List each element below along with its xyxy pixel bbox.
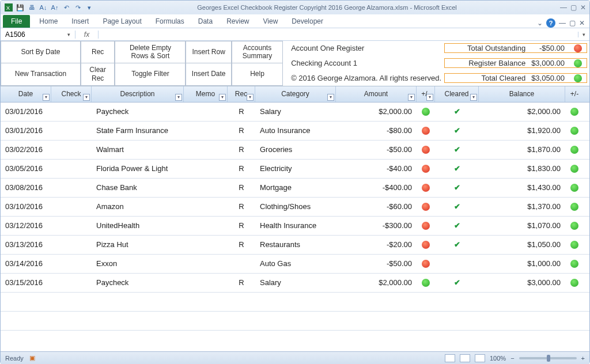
clear-rec-button[interactable]: Clear Rec xyxy=(81,63,115,86)
cell-description[interactable]: State Farm Insurance xyxy=(92,126,184,135)
cell-rec[interactable]: R xyxy=(228,164,255,173)
cell-balance[interactable]: $1,070.00 xyxy=(479,221,565,230)
view-break-icon[interactable] xyxy=(475,354,485,362)
help-button[interactable]: Help xyxy=(232,63,283,86)
cell-category[interactable]: Mortgage xyxy=(255,183,336,192)
undo-icon[interactable]: ↶ xyxy=(62,3,71,12)
table-row[interactable]: 03/05/2016Florida Power & LightRElectric… xyxy=(1,160,589,179)
cell-description[interactable]: Exxon xyxy=(92,259,184,268)
cell-description[interactable]: Walmart xyxy=(92,145,184,154)
filter-icon[interactable]: ▾ xyxy=(83,94,90,101)
cell-category[interactable]: Groceries xyxy=(255,145,336,154)
accounts-summary-button[interactable]: Accounts Summary xyxy=(232,41,283,63)
ribbon-close-icon[interactable]: ✕ xyxy=(579,19,585,27)
cell-rec[interactable]: R xyxy=(228,202,255,211)
redo-icon[interactable]: ↷ xyxy=(73,3,82,12)
tab-review[interactable]: Review xyxy=(220,15,256,28)
cell-amount[interactable]: -$50.00 xyxy=(336,145,417,154)
minimize-icon[interactable]: — xyxy=(560,3,567,12)
table-row[interactable]: 03/02/2016WalmartRGroceries-$50.00$1,870… xyxy=(1,141,589,160)
cell-category[interactable]: Restaurants xyxy=(255,240,336,249)
formula-expand-icon[interactable]: ▾ xyxy=(578,32,589,37)
table-row[interactable]: 03/01/2016PaycheckRSalary$2,000.00$2,000… xyxy=(1,103,589,122)
cell-category[interactable]: Auto Insurance xyxy=(255,126,336,135)
table-row-empty[interactable] xyxy=(1,293,589,312)
cell-cleared[interactable] xyxy=(435,278,479,287)
rec-button[interactable]: Rec xyxy=(81,41,115,63)
cell-category[interactable]: Clothing/Shoes xyxy=(255,202,336,211)
cell-description[interactable]: Chase Bank xyxy=(92,183,184,192)
print-icon[interactable]: 🖶 xyxy=(27,3,36,12)
cell-amount[interactable]: $2,000.00 xyxy=(336,278,417,287)
cell-description[interactable]: Paycheck xyxy=(92,107,184,116)
cell-amount[interactable]: -$400.00 xyxy=(336,183,417,192)
cell-balance[interactable]: $1,920.00 xyxy=(479,126,565,135)
cell-rec[interactable]: R xyxy=(228,145,255,154)
cell-description[interactable]: Pizza Hut xyxy=(92,240,184,249)
cell-balance[interactable]: $1,000.00 xyxy=(479,259,565,268)
cell-category[interactable]: Salary xyxy=(255,278,336,287)
cell-cleared[interactable] xyxy=(435,107,479,116)
cell-description[interactable]: Florida Power & Light xyxy=(92,164,184,173)
tab-home[interactable]: Home xyxy=(32,15,65,28)
cell-amount[interactable]: -$60.00 xyxy=(336,202,417,211)
tab-data[interactable]: Data xyxy=(191,15,220,28)
cell-rec[interactable]: R xyxy=(228,240,255,249)
table-row[interactable]: 03/01/2016State Farm InsuranceRAuto Insu… xyxy=(1,122,589,141)
delete-empty-button[interactable]: Delete Empty Rows & Sort xyxy=(115,41,186,63)
filter-icon[interactable]: ▾ xyxy=(175,94,182,101)
cell-balance[interactable]: $1,050.00 xyxy=(479,240,565,249)
cell-category[interactable]: Auto Gas xyxy=(255,259,336,268)
cell-balance[interactable]: $3,000.00 xyxy=(479,278,565,287)
table-row[interactable]: 03/14/2016ExxonAuto Gas-$50.00$1,000.00 xyxy=(1,255,589,274)
filter-icon[interactable]: ▾ xyxy=(470,94,477,101)
cell-rec[interactable]: R xyxy=(228,126,255,135)
tab-insert[interactable]: Insert xyxy=(65,15,96,28)
cell-amount[interactable]: -$300.00 xyxy=(336,221,417,230)
cell-cleared[interactable] xyxy=(435,164,479,173)
save-icon[interactable]: 💾 xyxy=(16,3,25,12)
help-icon[interactable]: ? xyxy=(546,18,555,28)
view-layout-icon[interactable] xyxy=(460,354,470,362)
cell-description[interactable]: UnitedHealth xyxy=(92,221,184,230)
cell-date[interactable]: 03/13/2016 xyxy=(1,240,51,249)
macro-record-icon[interactable]: ▣ xyxy=(29,354,35,362)
cell-rec[interactable]: R xyxy=(228,107,255,116)
toggle-filter-button[interactable]: Toggle Filter xyxy=(115,63,186,86)
cell-description[interactable]: Amazon xyxy=(92,202,184,211)
table-row[interactable]: 03/10/2016AmazonRClothing/Shoes-$60.00$1… xyxy=(1,198,589,217)
cell-date[interactable]: 03/15/2016 xyxy=(1,278,51,287)
table-row[interactable]: 03/15/2016PaycheckRSalary$2,000.00$3,000… xyxy=(1,274,589,293)
cell-amount[interactable]: -$40.00 xyxy=(336,164,417,173)
cell-cleared[interactable] xyxy=(435,145,479,154)
tab-formulas[interactable]: Formulas xyxy=(149,15,191,28)
cell-rec[interactable]: R xyxy=(228,278,255,287)
tab-developer[interactable]: Developer xyxy=(285,15,330,28)
new-transaction-button[interactable]: New Transaction xyxy=(1,63,81,86)
cell-description[interactable]: Paycheck xyxy=(92,278,184,287)
table-row[interactable]: 03/13/2016Pizza HutRRestaurants-$20.00$1… xyxy=(1,236,589,255)
cell-amount[interactable]: -$80.00 xyxy=(336,126,417,135)
filter-icon[interactable]: ▾ xyxy=(43,94,50,101)
cell-balance[interactable]: $1,830.00 xyxy=(479,164,565,173)
filter-icon[interactable]: ▾ xyxy=(426,94,433,101)
ribbon-dropdown-icon[interactable]: ⌄ xyxy=(537,19,543,27)
filter-icon[interactable]: ▾ xyxy=(327,94,334,101)
cell-category[interactable]: Electricity xyxy=(255,164,336,173)
fx-icon[interactable]: fx xyxy=(75,31,99,39)
zoom-out-icon[interactable]: − xyxy=(510,355,514,362)
cell-balance[interactable]: $1,870.00 xyxy=(479,145,565,154)
tab-view[interactable]: View xyxy=(256,15,285,28)
filter-icon[interactable]: ▾ xyxy=(247,94,254,101)
tab-file[interactable]: File xyxy=(3,15,30,28)
qat-more-icon[interactable]: ▾ xyxy=(85,3,94,12)
cell-cleared[interactable] xyxy=(435,126,479,135)
cell-rec[interactable]: R xyxy=(228,221,255,230)
cell-date[interactable]: 03/05/2016 xyxy=(1,164,51,173)
cell-date[interactable]: 03/14/2016 xyxy=(1,259,51,268)
cell-balance[interactable]: $1,430.00 xyxy=(479,183,565,192)
sort-by-date-button[interactable]: Sort By Date xyxy=(1,41,81,63)
sort-desc-icon[interactable]: A↑ xyxy=(50,3,59,12)
cell-balance[interactable]: $1,370.00 xyxy=(479,202,565,211)
maximize-icon[interactable]: ▢ xyxy=(570,3,577,12)
